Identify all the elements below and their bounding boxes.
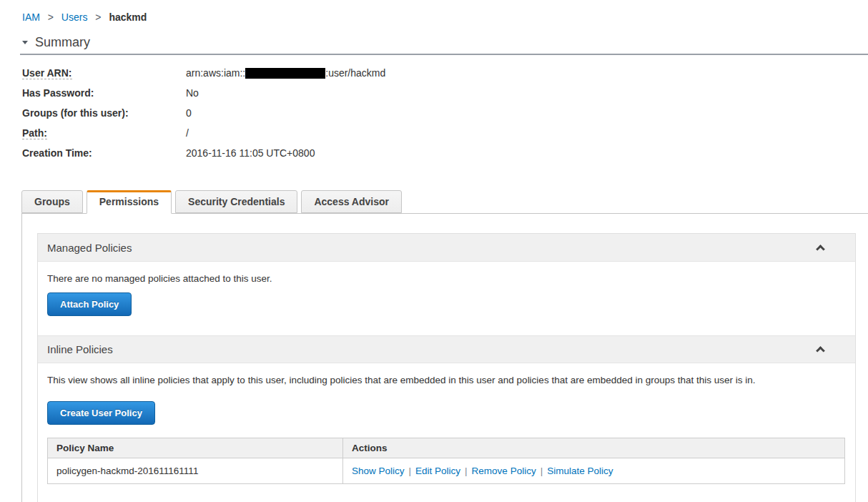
path-label: Path: xyxy=(22,123,186,143)
policy-name-column-header: Policy Name xyxy=(48,438,343,458)
summary-row-groups: Groups (for this user): 0 xyxy=(22,103,868,123)
chevron-up-icon[interactable] xyxy=(816,346,825,355)
inline-policies-title: Inline Policies xyxy=(47,343,113,355)
inline-policies-section: Inline Policies This view shows all inli… xyxy=(38,335,855,502)
caret-down-icon xyxy=(22,41,28,44)
edit-policy-link[interactable]: Edit Policy xyxy=(415,466,460,476)
tab-security-credentials[interactable]: Security Credentials xyxy=(175,190,297,213)
breadcrumb-link-iam[interactable]: IAM xyxy=(22,11,40,23)
actions-cell: Show Policy|Edit Policy|Remove Policy|Si… xyxy=(343,458,845,484)
managed-policies-header[interactable]: Managed Policies xyxy=(38,234,855,262)
chevron-up-icon[interactable] xyxy=(816,245,825,254)
managed-policies-title: Managed Policies xyxy=(47,242,132,254)
redacted-account-id xyxy=(245,68,325,79)
path-value: / xyxy=(186,123,189,143)
actions-column-header: Actions xyxy=(343,438,845,458)
inline-policies-description: This view shows all inline policies that… xyxy=(47,375,846,385)
summary-table: User ARN: arn:aws:iam:::user/hackmd Has … xyxy=(22,63,868,163)
creation-time-value: 2016-11-16 11:05 UTC+0800 xyxy=(186,143,315,163)
action-separator: | xyxy=(541,466,543,476)
tab-access-advisor[interactable]: Access Advisor xyxy=(301,190,402,213)
permissions-tab-content: Managed Policies There are no managed po… xyxy=(21,213,868,502)
user-arn-label: User ARN: xyxy=(22,63,186,83)
attach-policy-button[interactable]: Attach Policy xyxy=(47,292,132,316)
summary-title: Summary xyxy=(35,35,90,50)
has-password-label: Has Password: xyxy=(22,83,186,103)
breadcrumb-link-users[interactable]: Users xyxy=(61,11,88,23)
tab-bar: Groups Permissions Security Credentials … xyxy=(21,190,868,213)
managed-policies-empty-message: There are no managed policies attached t… xyxy=(47,273,846,284)
action-separator: | xyxy=(409,466,412,476)
groups-label: Groups (for this user): xyxy=(22,103,186,123)
summary-divider xyxy=(20,54,868,55)
tab-groups[interactable]: Groups xyxy=(21,190,83,213)
breadcrumb-separator: > xyxy=(48,11,54,23)
policies-accordion: Managed Policies There are no managed po… xyxy=(37,233,856,502)
create-user-policy-button[interactable]: Create User Policy xyxy=(47,401,155,425)
creation-time-label: Creation Time: xyxy=(22,143,186,163)
summary-row-user-arn: User ARN: arn:aws:iam:::user/hackmd xyxy=(22,63,868,83)
show-policy-link[interactable]: Show Policy xyxy=(352,466,405,476)
user-arn-value: arn:aws:iam:::user/hackmd xyxy=(186,63,385,83)
simulate-policy-link[interactable]: Simulate Policy xyxy=(547,466,613,476)
action-separator: | xyxy=(465,466,468,476)
breadcrumb-current-user: hackmd xyxy=(109,11,147,23)
breadcrumb-separator: > xyxy=(95,11,101,23)
inline-policies-table: Policy Name Actions policygen-hackmd-201… xyxy=(47,438,845,484)
summary-row-creation-time: Creation Time: 2016-11-16 11:05 UTC+0800 xyxy=(22,143,868,163)
tab-permissions[interactable]: Permissions xyxy=(87,190,172,214)
summary-section-toggle[interactable]: Summary xyxy=(22,35,868,50)
has-password-value: No xyxy=(186,83,199,103)
inline-policies-header[interactable]: Inline Policies xyxy=(38,335,855,363)
groups-value: 0 xyxy=(186,103,192,123)
summary-row-path: Path: / xyxy=(22,123,868,143)
summary-row-has-password: Has Password: No xyxy=(22,83,868,103)
managed-policies-body: There are no managed policies attached t… xyxy=(38,262,855,335)
table-row: policygen-hackmd-201611161111 Show Polic… xyxy=(48,458,845,484)
managed-policies-section: Managed Policies There are no managed po… xyxy=(38,234,855,335)
remove-policy-link[interactable]: Remove Policy xyxy=(472,466,536,476)
policy-name-cell: policygen-hackmd-201611161111 xyxy=(48,458,343,484)
breadcrumb: IAM > Users > hackmd xyxy=(0,0,868,23)
inline-policies-body: This view shows all inline policies that… xyxy=(38,363,855,502)
